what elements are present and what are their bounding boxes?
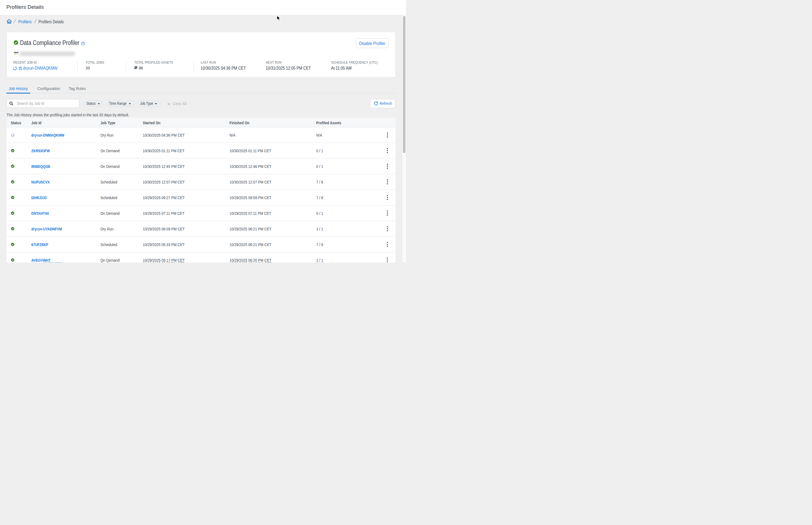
svg-text:?: ? <box>82 42 84 45</box>
svg-text:aws: aws <box>14 51 18 54</box>
